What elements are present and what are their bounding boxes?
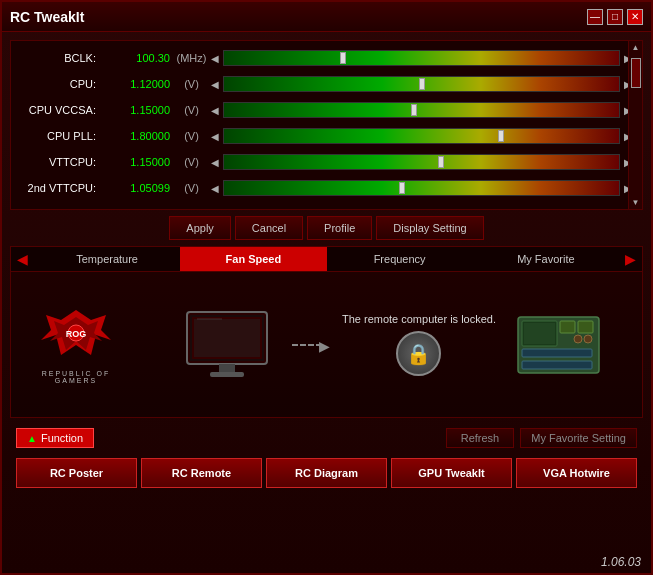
titlebar: RC TweakIt — □ ✕ (2, 2, 651, 32)
rc-remote-button[interactable]: RC Remote (141, 458, 262, 488)
slider-value-5: 1.05099 (104, 182, 174, 194)
function-bar: ▲ Function Refresh My Favorite Setting (10, 424, 643, 452)
cancel-button[interactable]: Cancel (235, 216, 303, 240)
main-window: RC TweakIt — □ ✕ BCLK: 100.30 (MHz) ◀ ▶ … (0, 0, 653, 575)
slider-value-1: 1.12000 (104, 78, 174, 90)
function-triangle-icon: ▲ (27, 433, 37, 444)
slider-thumb-2[interactable] (411, 104, 417, 116)
slider-track-4[interactable] (223, 154, 620, 170)
display-setting-button[interactable]: Display Setting (376, 216, 483, 240)
slider-label-5: 2nd VTTCPU: (19, 182, 104, 194)
svg-rect-14 (560, 321, 575, 333)
slider-track-5[interactable] (223, 180, 620, 196)
slider-row-0: BCLK: 100.30 (MHz) ◀ ▶ (19, 47, 634, 69)
function-button[interactable]: ▲ Function (16, 428, 94, 448)
svg-rect-10 (210, 372, 244, 377)
slider-track-2[interactable] (223, 102, 620, 118)
tab-my-favorite[interactable]: My Favorite (473, 247, 619, 271)
rc-poster-button[interactable]: RC Poster (16, 458, 137, 488)
slider-track-0[interactable] (223, 50, 620, 66)
slider-thumb-0[interactable] (340, 52, 346, 64)
slider-left-arrow-4[interactable]: ◀ (209, 157, 221, 168)
svg-rect-16 (522, 349, 592, 357)
locked-display: ▶ The remote computer is locked. 🔒 (151, 307, 632, 382)
maximize-button[interactable]: □ (607, 9, 623, 25)
scrollbar[interactable]: ▲ ▼ (628, 41, 642, 209)
tab-content: ROG REPUBLIC OF GAMERS (11, 272, 642, 417)
slider-unit-1: (V) (174, 78, 209, 90)
version-text: 1.06.03 (601, 555, 641, 569)
tab-fan-speed[interactable]: Fan Speed (180, 247, 326, 271)
slider-row-5: 2nd VTTCPU: 1.05099 (V) ◀ ▶ (19, 177, 634, 199)
rog-republic-text: REPUBLIC OF (42, 370, 111, 377)
svg-point-19 (584, 335, 592, 343)
window-title: RC TweakIt (10, 9, 84, 25)
svg-rect-17 (522, 361, 592, 369)
svg-rect-9 (219, 364, 235, 372)
profile-button[interactable]: Profile (307, 216, 372, 240)
scroll-up-arrow[interactable]: ▲ (632, 41, 640, 54)
slider-row-1: CPU: 1.12000 (V) ◀ ▶ (19, 73, 634, 95)
rog-logo: ROG REPUBLIC OF GAMERS (21, 290, 131, 400)
vga-hotwire-button[interactable]: VGA Hotwire (516, 458, 637, 488)
slider-left-arrow-2[interactable]: ◀ (209, 105, 221, 116)
slider-left-arrow-5[interactable]: ◀ (209, 183, 221, 194)
slider-label-3: CPU PLL: (19, 130, 104, 142)
slider-row-4: VTTCPU: 1.15000 (V) ◀ ▶ (19, 151, 634, 173)
slider-thumb-4[interactable] (438, 156, 444, 168)
bottom-nav: RC Poster RC Remote RC Diagram GPU Tweak… (10, 458, 643, 488)
slider-unit-5: (V) (174, 182, 209, 194)
slider-row-2: CPU VCCSA: 1.15000 (V) ◀ ▶ (19, 99, 634, 121)
svg-rect-15 (578, 321, 593, 333)
slider-row-3: CPU PLL: 1.80000 (V) ◀ ▶ (19, 125, 634, 147)
scroll-thumb[interactable] (631, 58, 641, 88)
monitor-icon (182, 307, 272, 382)
slider-label-1: CPU: (19, 78, 104, 90)
slider-thumb-1[interactable] (419, 78, 425, 90)
function-label: Function (41, 432, 83, 444)
lock-container: The remote computer is locked. 🔒 (342, 313, 496, 376)
gpu-tweakit-button[interactable]: GPU TweakIt (391, 458, 512, 488)
lock-symbol: 🔒 (406, 342, 431, 366)
motherboard-icon (516, 315, 601, 375)
refresh-button[interactable]: Refresh (446, 428, 515, 448)
slider-unit-4: (V) (174, 156, 209, 168)
slider-left-arrow-1[interactable]: ◀ (209, 79, 221, 90)
slider-value-0: 100.30 (104, 52, 174, 64)
tabs-header: ◀ Temperature Fan Speed Frequency My Fav… (11, 247, 642, 272)
tab-prev-arrow[interactable]: ◀ (11, 247, 34, 271)
sliders-section: BCLK: 100.30 (MHz) ◀ ▶ CPU: 1.12000 (V) … (10, 40, 643, 210)
slider-thumb-5[interactable] (399, 182, 405, 194)
rc-diagram-button[interactable]: RC Diagram (266, 458, 387, 488)
slider-track-1[interactable] (223, 76, 620, 92)
my-favorite-setting-button[interactable]: My Favorite Setting (520, 428, 637, 448)
action-buttons-bar: Apply Cancel Profile Display Setting (10, 216, 643, 240)
tab-frequency[interactable]: Frequency (327, 247, 473, 271)
rog-gamers-text: GAMERS (55, 377, 97, 384)
svg-rect-13 (524, 323, 555, 344)
slider-unit-3: (V) (174, 130, 209, 142)
svg-text:ROG: ROG (66, 329, 87, 339)
svg-point-18 (574, 335, 582, 343)
apply-button[interactable]: Apply (169, 216, 231, 240)
slider-label-2: CPU VCCSA: (19, 104, 104, 116)
slider-label-0: BCLK: (19, 52, 104, 64)
slider-unit-0: (MHz) (174, 52, 209, 64)
tab-next-arrow[interactable]: ▶ (619, 247, 642, 271)
lock-icon: 🔒 (396, 331, 441, 376)
rog-eagle-icon: ROG (36, 305, 116, 370)
slider-left-arrow-3[interactable]: ◀ (209, 131, 221, 142)
svg-rect-7 (194, 319, 260, 357)
close-button[interactable]: ✕ (627, 9, 643, 25)
slider-thumb-3[interactable] (498, 130, 504, 142)
connection-arrow: ▶ (292, 344, 322, 346)
slider-track-3[interactable] (223, 128, 620, 144)
tabs-container: ◀ Temperature Fan Speed Frequency My Fav… (10, 246, 643, 418)
minimize-button[interactable]: — (587, 9, 603, 25)
content-area: BCLK: 100.30 (MHz) ◀ ▶ CPU: 1.12000 (V) … (2, 32, 651, 502)
tab-temperature[interactable]: Temperature (34, 247, 180, 271)
lock-message-text: The remote computer is locked. (342, 313, 496, 325)
slider-left-arrow-0[interactable]: ◀ (209, 53, 221, 64)
scroll-down-arrow[interactable]: ▼ (632, 196, 640, 209)
window-controls: — □ ✕ (587, 9, 643, 25)
